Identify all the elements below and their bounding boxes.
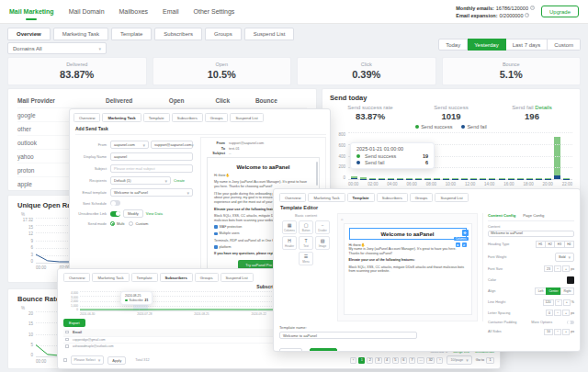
tab-marketing-task[interactable]: Marketing Task (308, 193, 345, 202)
minus-icon[interactable]: − (555, 299, 562, 306)
tab-suspend-list[interactable]: Suspend List (435, 193, 468, 202)
checkbox-icon[interactable] (65, 344, 69, 348)
minus-icon[interactable]: − (554, 265, 561, 272)
bar-11-00[interactable] (452, 178, 458, 179)
template-name-input[interactable]: Welcome to aaPanel (279, 332, 417, 339)
upgrade-button[interactable]: Upgrade (541, 6, 579, 17)
confirm-button[interactable]: Confirm (310, 348, 338, 352)
color-swatch[interactable] (567, 276, 574, 284)
tab-groups[interactable]: Groups (410, 193, 434, 202)
checkbox-icon[interactable] (65, 331, 69, 334)
bar-21-00[interactable] (545, 178, 551, 179)
template-select[interactable]: Welcome to aaPanel▾ (110, 188, 193, 197)
tab-overview[interactable]: Overview (279, 193, 306, 202)
radio-multi[interactable] (110, 221, 115, 226)
plus-icon[interactable]: + (563, 299, 571, 306)
tab-suspend-list[interactable]: Suspend List (220, 273, 254, 282)
page-prev[interactable]: ‹ (350, 357, 356, 364)
nav-item-mailboxes[interactable]: Mailboxes (119, 8, 149, 15)
tab-groups[interactable]: Groups (205, 28, 242, 40)
device-icon[interactable]: ⌂ (341, 217, 343, 221)
nav-item-email[interactable]: Email (163, 8, 179, 15)
radio-custom[interactable] (129, 221, 133, 226)
page-4[interactable]: 4 (384, 357, 390, 364)
subject-input[interactable]: Please enter mail subject (110, 164, 193, 173)
page-3[interactable]: 3 (375, 357, 381, 364)
stepper-value[interactable]: 23 (544, 265, 553, 272)
block-header[interactable]: HHeader (282, 236, 297, 250)
tab-subscribers[interactable]: Subscribers (377, 193, 408, 202)
bar-20-00[interactable] (536, 178, 542, 179)
legend-item-send-fail[interactable]: Send fail (461, 124, 486, 130)
scrollbar[interactable] (316, 162, 318, 186)
minus-icon[interactable]: − (554, 329, 561, 335)
bar-12-00[interactable] (461, 178, 468, 179)
page-6[interactable]: 6 (401, 357, 407, 364)
range-yesterday[interactable]: Yesterday (468, 39, 505, 51)
details-link[interactable]: Details (535, 105, 551, 110)
apply-button[interactable]: Apply (107, 356, 126, 365)
align-right[interactable]: Right (560, 287, 574, 295)
align-center[interactable]: Center (546, 287, 561, 295)
range-last-7-days[interactable]: Last 7 days (506, 39, 548, 51)
page-item[interactable]: ... (417, 357, 424, 364)
bar-10-00[interactable] (443, 178, 449, 179)
stepper-value[interactable]: 0 (546, 310, 553, 316)
bar-13-00[interactable] (470, 178, 477, 179)
from-mail-select[interactable]: support@aapanel.com▾ (151, 141, 193, 149)
plus-icon[interactable]: + (562, 329, 570, 335)
block-text[interactable]: TText (299, 236, 313, 250)
tab-template[interactable]: Template (143, 113, 170, 122)
tab-template[interactable]: Template (131, 273, 158, 282)
range-today[interactable]: Today (438, 39, 468, 51)
tab-suspend-list[interactable]: Suspend List (244, 28, 295, 40)
tab-groups[interactable]: Groups (205, 113, 229, 122)
bar-03-00[interactable] (379, 178, 385, 179)
from-domain-select[interactable]: aapanel.com▾ (110, 141, 149, 149)
create-link[interactable]: Create (174, 178, 185, 183)
page-1[interactable]: 1 (358, 357, 365, 364)
plus-icon[interactable]: + (562, 265, 570, 272)
help-icon[interactable]: ? (525, 13, 529, 17)
legend-item-send-success[interactable]: Send success (415, 124, 452, 130)
bar-02-00[interactable] (369, 178, 376, 179)
tab-template[interactable]: Template (347, 193, 375, 202)
range-custom[interactable]: Custom (548, 39, 581, 51)
bar-23-00[interactable] (563, 178, 570, 179)
block-divider[interactable]: ⎯Divider (315, 220, 330, 234)
batch-select[interactable]: Please Select▾ (71, 355, 105, 365)
bar-08-00[interactable] (424, 178, 431, 179)
recipients-select[interactable]: Default (1)▾ (110, 176, 171, 185)
bar-15-00[interactable] (489, 178, 495, 179)
selected-header-block[interactable]: Welcome to aaPanel ✥ Columns (349, 228, 467, 240)
tab-overview[interactable]: Overview (63, 273, 90, 282)
block-columns[interactable]: ▦Columns (282, 220, 297, 234)
tab-content-config[interactable]: Content Config (488, 213, 515, 218)
view-data-link[interactable]: View Data (146, 211, 163, 216)
bar-00-00[interactable] (351, 176, 357, 179)
bar-18-00[interactable] (517, 178, 524, 179)
page-2[interactable]: 2 (367, 357, 373, 364)
minus-icon[interactable]: − (554, 310, 561, 316)
page-next[interactable]: › (436, 357, 443, 364)
more-options-toggle[interactable] (567, 321, 574, 325)
stepper-value[interactable]: 10 (544, 329, 553, 335)
font-weight-select[interactable]: Bold▾ (555, 253, 574, 262)
tab-marketing-task[interactable]: Marketing Task (92, 273, 129, 282)
block-menu[interactable]: ☰Menu (299, 252, 313, 265)
block-button[interactable]: ▢Button (299, 220, 313, 234)
bar-17-00[interactable] (508, 178, 514, 179)
back-button[interactable]: Back (279, 348, 302, 352)
block-image[interactable]: ▨Image (315, 236, 330, 250)
checkbox-icon[interactable] (65, 338, 69, 342)
tab-subscribers[interactable]: Subscribers (154, 28, 202, 40)
goto-input[interactable]: 1 (486, 357, 494, 364)
export-button[interactable]: Export (63, 319, 85, 327)
select-all-checkbox[interactable] (63, 358, 67, 362)
page-5[interactable]: 5 (392, 357, 399, 364)
tab-subscribers[interactable]: Subscribers (172, 113, 203, 122)
bar-06-00[interactable] (406, 178, 413, 179)
per-page-select[interactable]: 10/page▾ (447, 355, 471, 365)
plus-icon[interactable]: + (562, 310, 570, 316)
tab-marketing-task[interactable]: Marketing Task (102, 113, 141, 122)
